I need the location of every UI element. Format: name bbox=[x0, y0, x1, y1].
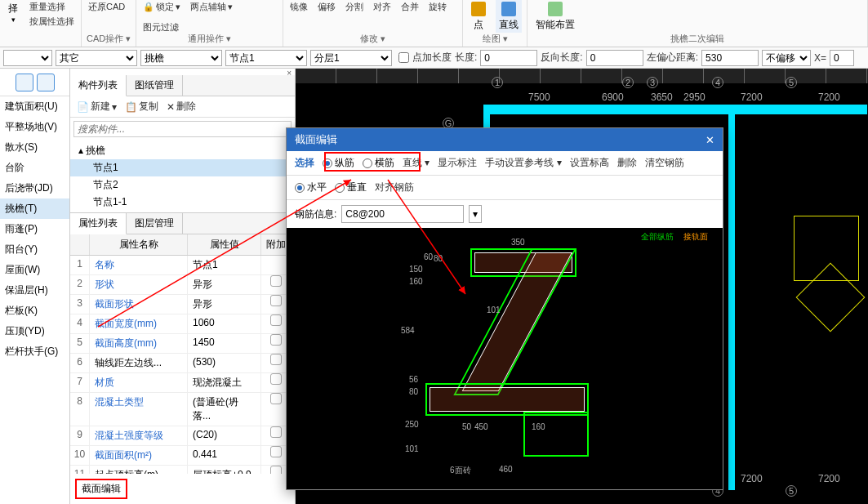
section-edit-button[interactable]: 截面编辑 bbox=[75, 479, 127, 499]
component-root[interactable]: ▴ 挑檐 bbox=[70, 142, 295, 159]
tree-item[interactable]: 栏杆扶手(G) bbox=[0, 341, 69, 362]
property-row[interactable]: 5截面高度(mm)1450 bbox=[70, 334, 295, 354]
radio-horizontal[interactable]: 水平 bbox=[295, 181, 327, 194]
property-row[interactable]: 2形状异形 bbox=[70, 275, 295, 295]
panel-close-icon[interactable]: × bbox=[70, 69, 295, 75]
ribbon-btn-rotate[interactable]: 旋转 bbox=[427, 0, 448, 14]
length-input[interactable] bbox=[480, 50, 537, 66]
dlg-dim-450: 450 bbox=[474, 422, 488, 431]
property-table: 1名称节点12形状异形3截面形状异形4截面宽度(mm)10605截面高度(mm)… bbox=[70, 256, 295, 474]
ribbon-btn-weight-select[interactable]: 重量选择 bbox=[28, 0, 76, 14]
new-button[interactable]: 📄新建▾ bbox=[77, 100, 117, 114]
bottom-dim-1: 7200 bbox=[741, 473, 763, 484]
ribbon-btn-smart-layout[interactable]: 智能布置 bbox=[532, 0, 578, 33]
offset-select[interactable]: 不偏移 bbox=[762, 50, 811, 66]
tab-drawing-manage[interactable]: 图纸管理 bbox=[127, 75, 183, 96]
property-row[interactable]: 9混凝土强度等级(C20) bbox=[70, 426, 295, 446]
dialog-line-button[interactable]: 直线 ▾ bbox=[403, 156, 430, 170]
search-input[interactable] bbox=[73, 121, 292, 137]
list-view-button[interactable] bbox=[16, 74, 33, 91]
ribbon-label-draw: 绘图 ▾ bbox=[468, 33, 522, 47]
component-tools: 📄新建▾ 📋复制 ✕删除 bbox=[70, 96, 295, 118]
tab-layer-manage[interactable]: 图层管理 bbox=[127, 213, 183, 234]
tree-item[interactable]: 栏板(K) bbox=[0, 301, 69, 321]
tree-item[interactable]: 散水(S) bbox=[0, 137, 69, 158]
tree-item[interactable]: 挑檐(T) bbox=[0, 198, 69, 219]
component-node-3[interactable]: 节点1-1 bbox=[70, 194, 295, 211]
dlg-dim-50: 50 bbox=[462, 422, 471, 431]
property-row[interactable]: 6轴线距左边线...(530) bbox=[70, 354, 295, 373]
property-row[interactable]: 11起点顶标高(m)层顶标高+0.9 bbox=[70, 466, 295, 474]
property-row[interactable]: 7材质现浇混凝土 bbox=[70, 373, 295, 393]
radio-cross[interactable]: 横筋 bbox=[363, 156, 394, 170]
ribbon-btn-attr-select[interactable]: 按属性选择 bbox=[28, 15, 76, 29]
tree-item[interactable]: 后浇带(JD) bbox=[0, 178, 69, 198]
x-input[interactable] bbox=[830, 50, 854, 66]
reverse-length-input[interactable] bbox=[586, 50, 643, 66]
eccentric-input[interactable] bbox=[701, 50, 759, 66]
layer-select[interactable]: 分层1 bbox=[310, 50, 392, 66]
delete-button[interactable]: ✕删除 bbox=[167, 100, 196, 114]
dialog-set-elev-button[interactable]: 设置标高 bbox=[570, 156, 609, 170]
tree-item[interactable]: 雨蓬(P) bbox=[0, 219, 69, 239]
property-tabs: 属性列表 图层管理 bbox=[70, 213, 295, 234]
add-length-checkbox[interactable] bbox=[398, 52, 409, 63]
dialog-toolbar: 选择 纵筋 横筋 直线 ▾ 显示标注 手动设置参考线 ▾ 设置标高 删除 清空钢… bbox=[287, 151, 723, 176]
tree-item[interactable]: 阳台(Y) bbox=[0, 239, 69, 260]
tab-component-list[interactable]: 构件列表 bbox=[70, 75, 127, 96]
tree-item[interactable]: 屋面(W) bbox=[0, 260, 69, 280]
property-row[interactable]: 10截面面积(m²)0.441 bbox=[70, 446, 295, 466]
node-select[interactable]: 节点1 bbox=[225, 50, 307, 66]
rebar-info-label: 钢筋信息: bbox=[295, 207, 336, 221]
ribbon-btn-align[interactable]: 对齐 bbox=[372, 0, 393, 14]
select-big-button[interactable]: 择▾ bbox=[5, 0, 21, 25]
tab-property-list[interactable]: 属性列表 bbox=[70, 213, 127, 234]
property-row[interactable]: 4截面宽度(mm)1060 bbox=[70, 314, 295, 334]
category-select[interactable]: 其它 bbox=[56, 50, 137, 66]
ribbon-btn-lock[interactable]: 🔒锁定▾ bbox=[141, 0, 182, 14]
dialog-close-icon[interactable]: ✕ bbox=[706, 134, 714, 146]
dialog-delete-button[interactable]: 删除 bbox=[617, 156, 637, 170]
property-row[interactable]: 3截面形状异形 bbox=[70, 295, 295, 314]
dialog-titlebar[interactable]: 截面编辑 ✕ bbox=[287, 128, 723, 151]
dialog-select-button[interactable]: 选择 bbox=[295, 156, 314, 170]
dialog-manual-ref-button[interactable]: 手动设置参考线 ▾ bbox=[485, 156, 561, 170]
dialog-align-rebar-button[interactable]: 对齐钢筋 bbox=[375, 181, 414, 194]
dialog-show-anno-button[interactable]: 显示标注 bbox=[438, 156, 477, 170]
property-row[interactable]: 1名称节点1 bbox=[70, 256, 295, 275]
ribbon-btn-split[interactable]: 分割 bbox=[344, 0, 365, 14]
radio-longitudinal[interactable]: 纵筋 bbox=[323, 156, 354, 170]
type-select[interactable]: 挑檐 bbox=[140, 50, 222, 66]
ribbon-btn-point[interactable]: 点 bbox=[468, 0, 489, 33]
dlg-dim-101: 101 bbox=[487, 306, 501, 314]
component-node-2[interactable]: 节点2 bbox=[70, 176, 295, 194]
tree-item[interactable]: 建筑面积(U) bbox=[0, 96, 69, 117]
property-row[interactable]: 8混凝土类型(普通砼(坍落... bbox=[70, 393, 295, 426]
grid-axis-5: 5 bbox=[786, 77, 797, 88]
ribbon-btn-restore-cad[interactable]: 还原CAD bbox=[87, 0, 127, 14]
tree-item[interactable]: 平整场地(V) bbox=[0, 117, 69, 137]
tree-item[interactable]: 压顶(YD) bbox=[0, 321, 69, 341]
ribbon-btn-element-filter[interactable]: 图元过滤 bbox=[141, 20, 180, 33]
copy-button[interactable]: 📋复制 bbox=[125, 100, 158, 114]
component-node-1[interactable]: 节点1 bbox=[70, 159, 295, 176]
rebar-info-input[interactable] bbox=[341, 205, 464, 223]
tree-item[interactable]: 保温层(H) bbox=[0, 280, 69, 301]
ribbon-btn-merge[interactable]: 合并 bbox=[399, 0, 421, 14]
radio-vertical[interactable]: 垂直 bbox=[335, 181, 367, 194]
rebar-info-dropdown-icon[interactable]: ▾ bbox=[469, 205, 482, 223]
dialog-section-canvas[interactable]: 全部纵筋 接轨面 350 150 160 60 80 101 584 56 80… bbox=[287, 228, 723, 489]
tree-view-switcher bbox=[0, 69, 69, 96]
floor-select[interactable] bbox=[3, 50, 52, 66]
anno-joint-surface: 接轨面 bbox=[683, 231, 708, 243]
ribbon-btn-mirror[interactable]: 镜像 bbox=[288, 0, 309, 14]
length-label: 长度: bbox=[455, 51, 477, 65]
grid-view-button[interactable] bbox=[37, 74, 55, 91]
dim-5: 7200 bbox=[741, 91, 763, 103]
dialog-clear-rebar-button[interactable]: 清空钢筋 bbox=[645, 156, 684, 170]
tree-item[interactable]: 台阶 bbox=[0, 158, 69, 178]
ribbon-btn-line[interactable]: 直线 bbox=[496, 0, 522, 33]
ribbon-btn-two-point-axis[interactable]: 两点辅轴▾ bbox=[189, 0, 234, 14]
section-edit-dialog: 截面编辑 ✕ 选择 纵筋 横筋 直线 ▾ 显示标注 手动设置参考线 ▾ 设置标高… bbox=[286, 127, 723, 490]
ribbon-btn-offset[interactable]: 偏移 bbox=[316, 0, 337, 14]
